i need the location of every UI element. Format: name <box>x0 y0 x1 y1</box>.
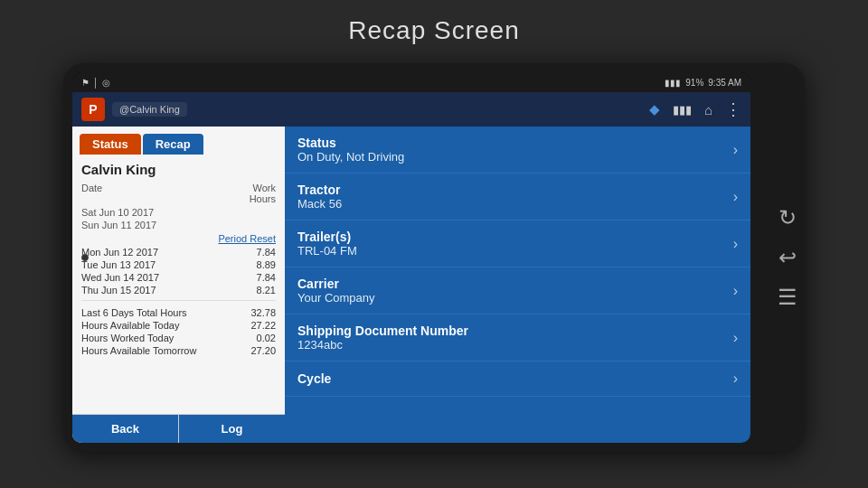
page-title: Recap Screen <box>0 16 868 45</box>
list-item: Mon Jun 12 2017 7.84 <box>81 246 276 258</box>
signal-nav-icon: ▮▮▮ <box>673 103 692 117</box>
content-area: Status Recap Calvin King Date WorkHours … <box>72 127 750 443</box>
list-item: Thu Jun 15 2017 8.21 <box>81 284 276 296</box>
back-nav-icon[interactable]: ↻ <box>778 205 797 230</box>
divider <box>81 300 276 301</box>
summary-label: Hours Available Tomorrow <box>81 345 196 356</box>
chevron-right-icon: › <box>733 142 738 158</box>
tab-status[interactable]: Status <box>80 134 141 155</box>
summary-label: Hours Worked Today <box>81 333 174 343</box>
summary-label: Last 6 Days Total Hours <box>81 307 187 318</box>
location-icon: ⚑ <box>81 78 90 88</box>
carrier-value: Your Company <box>297 291 375 305</box>
table-header: Date WorkHours <box>72 181 285 206</box>
list-item: Hours Worked Today 0.02 <box>81 332 276 344</box>
nav-icons: ◆ ▮▮▮ ⌂ ⋮ <box>649 99 741 119</box>
list-item: Sat Jun 10 2017 <box>81 206 276 219</box>
summary-label: Hours Available Today <box>81 320 179 331</box>
status-row[interactable]: Status On Duty, Not Driving › <box>285 127 750 174</box>
log-button[interactable]: Log <box>178 415 285 443</box>
shipping-doc-value: 1234abc <box>297 338 468 352</box>
driver-name: Calvin King <box>72 155 285 181</box>
summary-value: 27.20 <box>250 345 276 356</box>
chevron-right-icon: › <box>733 330 738 346</box>
work-hours: 7.84 <box>257 247 276 258</box>
side-controls: ↻ ↩ ☰ <box>778 205 797 310</box>
left-panel: Status Recap Calvin King Date WorkHours … <box>72 127 285 443</box>
right-panel: Status On Duty, Not Driving › Tractor Ma… <box>285 127 750 443</box>
recap-table: Sat Jun 10 2017 Sun Jun 11 2017 Period R… <box>72 206 285 414</box>
date-label: Sat Jun 10 2017 <box>81 207 154 218</box>
date-header: Date <box>81 183 102 204</box>
more-nav-icon[interactable]: ⋮ <box>725 99 741 119</box>
work-hours-header: WorkHours <box>250 183 276 204</box>
signal-icon: ▮▮▮ <box>665 78 681 88</box>
chevron-right-icon: › <box>733 371 738 387</box>
date-label: Sun Jun 11 2017 <box>81 220 156 230</box>
status-bar: ⚑ │ ◎ ▮▮▮ 91% 9:35 AM <box>72 72 750 92</box>
summary-section: Last 6 Days Total Hours 32.78 Hours Avai… <box>81 305 276 359</box>
trailer-value: TRL-04 FM <box>297 244 357 258</box>
chevron-right-icon: › <box>733 189 738 205</box>
shipping-doc-row[interactable]: Shipping Document Number 1234abc › <box>285 314 750 361</box>
status-value: On Duty, Not Driving <box>297 150 404 164</box>
tractor-label: Tractor <box>297 183 342 197</box>
list-item: Wed Jun 14 2017 7.84 <box>81 271 276 284</box>
tablet-screen: ⚑ │ ◎ ▮▮▮ 91% 9:35 AM P @Calvin King ◆ ▮… <box>72 72 750 443</box>
list-item: Hours Available Tomorrow 27.20 <box>81 344 276 357</box>
summary-value: 27.22 <box>250 320 276 331</box>
list-item: Hours Available Today 27.22 <box>81 319 276 332</box>
tab-bar: Status Recap <box>72 127 285 155</box>
list-item: Sun Jun 11 2017 <box>81 219 276 231</box>
tab-recap[interactable]: Recap <box>143 134 203 155</box>
tablet-shell: ⚑ │ ◎ ▮▮▮ 91% 9:35 AM P @Calvin King ◆ ▮… <box>63 63 805 452</box>
work-hours: 8.21 <box>257 285 276 296</box>
clock: 9:35 AM <box>708 78 741 88</box>
trailer-row[interactable]: Trailer(s) TRL-04 FM › <box>285 221 750 267</box>
period-reset-link[interactable]: Period Reset <box>81 231 276 246</box>
summary-value: 32.78 <box>250 307 276 318</box>
wifi-icon: ◎ <box>102 78 110 88</box>
home-nav-icon[interactable]: ⌂ <box>704 102 712 117</box>
camera-bump <box>81 254 89 261</box>
status-label: Status <box>297 136 404 150</box>
summary-value: 0.02 <box>257 333 276 343</box>
tractor-row[interactable]: Tractor Mack 56 › <box>285 174 750 221</box>
tractor-value: Mack 56 <box>297 197 342 211</box>
cycle-label: Cycle <box>297 371 331 386</box>
app-logo: P <box>81 98 105 121</box>
work-date: Tue Jun 13 2017 <box>81 259 156 270</box>
trailer-label: Trailer(s) <box>297 230 357 244</box>
list-item: Tue Jun 13 2017 8.89 <box>81 258 276 271</box>
bluetooth-nav-icon[interactable]: ◆ <box>649 101 660 117</box>
bluetooth-icon: │ <box>93 78 99 88</box>
nav-bar: P @Calvin King ◆ ▮▮▮ ⌂ ⋮ <box>72 92 750 127</box>
bottom-buttons: Back Log <box>72 414 285 443</box>
menu-nav-icon[interactable]: ☰ <box>778 285 797 310</box>
work-hours: 7.84 <box>257 272 276 283</box>
back-button[interactable]: Back <box>72 415 178 443</box>
user-badge: @Calvin King <box>112 102 187 117</box>
carrier-label: Carrier <box>297 277 375 291</box>
work-date: Wed Jun 14 2017 <box>81 272 159 283</box>
battery-level: 91% <box>685 78 703 88</box>
return-nav-icon[interactable]: ↩ <box>778 245 797 270</box>
chevron-right-icon: › <box>733 236 738 252</box>
work-date: Mon Jun 12 2017 <box>81 247 158 258</box>
status-bar-left: ⚑ │ ◎ <box>81 78 110 88</box>
cycle-row[interactable]: Cycle › <box>285 361 750 397</box>
status-bar-right: ▮▮▮ 91% 9:35 AM <box>665 78 741 88</box>
shipping-doc-label: Shipping Document Number <box>297 324 468 338</box>
carrier-row[interactable]: Carrier Your Company › <box>285 267 750 314</box>
work-hours: 8.89 <box>257 259 276 270</box>
list-item: Last 6 Days Total Hours 32.78 <box>81 306 276 319</box>
work-date: Thu Jun 15 2017 <box>81 285 156 296</box>
chevron-right-icon: › <box>733 283 738 299</box>
